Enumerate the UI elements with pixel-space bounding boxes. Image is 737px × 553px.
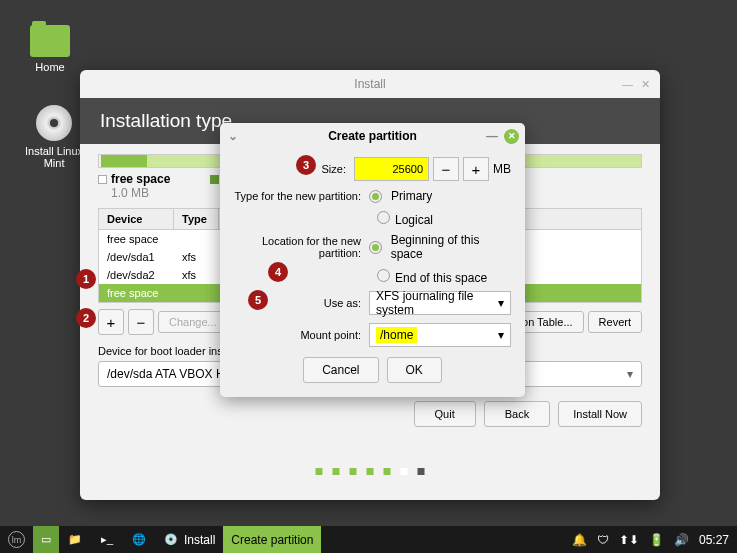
desktop-home-label: Home xyxy=(35,61,64,73)
change-button: Change... xyxy=(158,311,228,333)
mount-label: Mount point: xyxy=(234,329,369,341)
mount-select[interactable]: /home xyxy=(369,323,511,347)
progress-dots xyxy=(316,468,425,475)
install-now-button[interactable]: Install Now xyxy=(558,401,642,427)
collapse-icon[interactable]: ⌄ xyxy=(228,129,238,143)
dialog-title: Create partition xyxy=(328,129,417,143)
col-device[interactable]: Device xyxy=(99,209,174,229)
radio-primary[interactable] xyxy=(369,190,382,203)
annotation-5: 5 xyxy=(248,290,268,310)
minimize-icon[interactable]: — xyxy=(622,78,633,91)
file-manager-button[interactable]: 📁 xyxy=(59,526,91,553)
folder-icon: 📁 xyxy=(67,532,83,548)
folder-icon xyxy=(30,25,70,57)
location-label: Location for the new partition: xyxy=(234,235,369,259)
battery-icon[interactable]: 🔋 xyxy=(649,533,664,547)
show-desktop-button[interactable]: ▭ xyxy=(33,526,59,553)
radio-end[interactable] xyxy=(377,269,390,282)
volume-icon[interactable]: 🔊 xyxy=(674,533,689,547)
ok-button[interactable]: OK xyxy=(387,357,442,383)
terminal-icon: ▸_ xyxy=(99,532,115,548)
globe-icon: 🌐 xyxy=(131,532,147,548)
remove-partition-button[interactable]: − xyxy=(128,309,154,335)
add-partition-button[interactable]: + xyxy=(98,309,124,335)
clock[interactable]: 05:27 xyxy=(699,533,729,547)
desktop-installer-label: Install Linux Mint xyxy=(25,145,83,169)
create-partition-dialog: ⌄ Create partition — ✕ Size: − + MB Type… xyxy=(220,123,525,397)
radio-logical[interactable] xyxy=(377,211,390,224)
window-titlebar: Install — ✕ xyxy=(80,70,660,98)
taskbar-install[interactable]: 💿Install xyxy=(155,526,223,553)
taskbar: lm ▭ 📁 ▸_ 🌐 💿Install Create partition 🔔 … xyxy=(0,526,737,553)
cancel-button[interactable]: Cancel xyxy=(303,357,378,383)
quit-button[interactable]: Quit xyxy=(414,401,476,427)
size-label: Size: xyxy=(234,163,354,175)
network-icon[interactable]: ⬆⬇ xyxy=(619,533,639,547)
disc-icon xyxy=(36,105,72,141)
notifications-icon[interactable]: 🔔 xyxy=(572,533,587,547)
col-type[interactable]: Type xyxy=(174,209,219,229)
browser-button[interactable]: 🌐 xyxy=(123,526,155,553)
close-icon[interactable]: ✕ xyxy=(641,78,650,91)
desktop-installer-icon[interactable]: Install Linux Mint xyxy=(25,105,83,169)
size-decrease-button[interactable]: − xyxy=(433,157,459,181)
desktop-home-icon[interactable]: Home xyxy=(30,25,70,73)
type-label: Type for the new partition: xyxy=(234,190,369,202)
close-icon[interactable]: ✕ xyxy=(504,129,519,144)
window-title: Install xyxy=(354,77,385,91)
mint-logo-icon: lm xyxy=(8,531,25,548)
disc-icon: 💿 xyxy=(163,532,179,548)
annotation-1: 1 xyxy=(76,269,96,289)
minimize-icon[interactable]: — xyxy=(486,129,498,143)
start-menu[interactable]: lm xyxy=(0,526,33,553)
radio-beginning[interactable] xyxy=(369,241,382,254)
size-increase-button[interactable]: + xyxy=(463,157,489,181)
annotation-3: 3 xyxy=(296,155,316,175)
annotation-4: 4 xyxy=(268,262,288,282)
desktop-icon: ▭ xyxy=(38,532,54,548)
size-input[interactable] xyxy=(354,157,429,181)
useas-select[interactable]: XFS journaling file system xyxy=(369,291,511,315)
shield-icon[interactable]: 🛡 xyxy=(597,533,609,547)
taskbar-create-partition[interactable]: Create partition xyxy=(223,526,321,553)
back-button[interactable]: Back xyxy=(484,401,550,427)
annotation-2: 2 xyxy=(76,308,96,328)
revert-button[interactable]: Revert xyxy=(588,311,642,333)
terminal-button[interactable]: ▸_ xyxy=(91,526,123,553)
size-unit: MB xyxy=(493,162,511,176)
